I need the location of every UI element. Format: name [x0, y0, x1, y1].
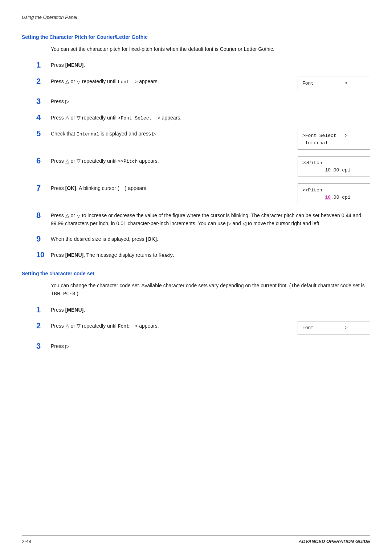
lcd-box-step7: >>Pitch 10.00 cpi: [298, 183, 370, 204]
step-3: 3 Press ▷.: [36, 97, 370, 106]
section1-intro: You can set the character pitch for fixe…: [51, 45, 370, 53]
s2-step-number-1: 1: [36, 305, 51, 315]
step-9-content: When the desired size is displayed, pres…: [51, 234, 370, 243]
step-7: 7 Press [OK]. A blinking cursor ( _ ) ap…: [36, 183, 370, 204]
s2-step-2: 2 Press △ or ▽ repeatedly until Font > a…: [36, 321, 370, 335]
step-5: 5 Check that Internal is displayed and p…: [36, 129, 370, 150]
lcd-box-step2: Font >: [298, 77, 370, 90]
step-4: 4 Press △ or ▽ repeatedly until >Font Se…: [36, 113, 370, 122]
s2-step-2-content: Press △ or ▽ repeatedly until Font > app…: [51, 321, 370, 335]
section2-title: Setting the character code set: [22, 271, 370, 276]
lcd-box-step6: >>Pitch 10.00 cpi: [298, 156, 370, 177]
step-number-10: 10: [36, 250, 51, 259]
step-2: 2 Press △ or ▽ repeatedly until Font > a…: [36, 77, 370, 90]
step-9: 9 When the desired size is displayed, pr…: [36, 234, 370, 244]
step-number-2: 2: [36, 77, 51, 86]
footer-title: ADVANCED OPERATION GUIDE: [299, 539, 370, 544]
step-number-8: 8: [36, 211, 51, 220]
step-6-content: Press △ or ▽ repeatedly until >>Pitch ap…: [51, 156, 370, 177]
step-8-content: Press △ or ▽ to increase or decrease the…: [51, 211, 370, 228]
step-10: 10 Press [MENU]. The message display ret…: [36, 250, 370, 260]
section1-title: Setting the Character Pitch for Courier/…: [22, 34, 370, 40]
step-10-content: Press [MENU]. The message display return…: [51, 250, 370, 260]
s2-step-3-content: Press ▷.: [51, 341, 370, 350]
step-number-3: 3: [36, 97, 51, 106]
s2-step-1: 1 Press [MENU].: [36, 305, 370, 315]
step-1: 1 Press [MENU].: [36, 60, 370, 70]
step-number-1: 1: [36, 60, 51, 70]
step-1-content: Press [MENU].: [51, 60, 370, 69]
footer-page-number: 2-48: [22, 539, 31, 544]
step-8: 8 Press △ or ▽ to increase or decrease t…: [36, 211, 370, 228]
step-6: 6 Press △ or ▽ repeatedly until >>Pitch …: [36, 156, 370, 177]
step-2-content: Press △ or ▽ repeatedly until Font > app…: [51, 77, 370, 90]
s2-step-number-3: 3: [36, 341, 51, 351]
step-7-content: Press [OK]. A blinking cursor ( _ ) appe…: [51, 183, 370, 204]
step-number-6: 6: [36, 156, 51, 166]
s2-step-number-2: 2: [36, 321, 51, 331]
lcd-box-s2-step2: Font >: [298, 321, 370, 335]
s2-step-1-content: Press [MENU].: [51, 305, 370, 314]
section2: Setting the character code set You can c…: [22, 271, 370, 351]
s2-step-3: 3 Press ▷.: [36, 341, 370, 351]
header-text: Using the Operation Panel: [22, 15, 77, 20]
step-number-5: 5: [36, 129, 51, 138]
cursor-indicator: 10: [325, 195, 331, 200]
section2-intro: You can change the character code set. A…: [51, 281, 370, 298]
step-5-content: Check that Internal is displayed and pre…: [51, 129, 370, 150]
step-3-content: Press ▷.: [51, 97, 370, 105]
step-4-content: Press △ or ▽ repeatedly until >Font Sele…: [51, 113, 370, 122]
page-header: Using the Operation Panel: [22, 15, 370, 23]
step-number-9: 9: [36, 234, 51, 244]
step-number-4: 4: [36, 113, 51, 122]
page-footer: 2-48 ADVANCED OPERATION GUIDE: [22, 535, 370, 544]
lcd-box-step5: >Font Select > Internal: [298, 129, 370, 150]
step-number-7: 7: [36, 183, 51, 193]
